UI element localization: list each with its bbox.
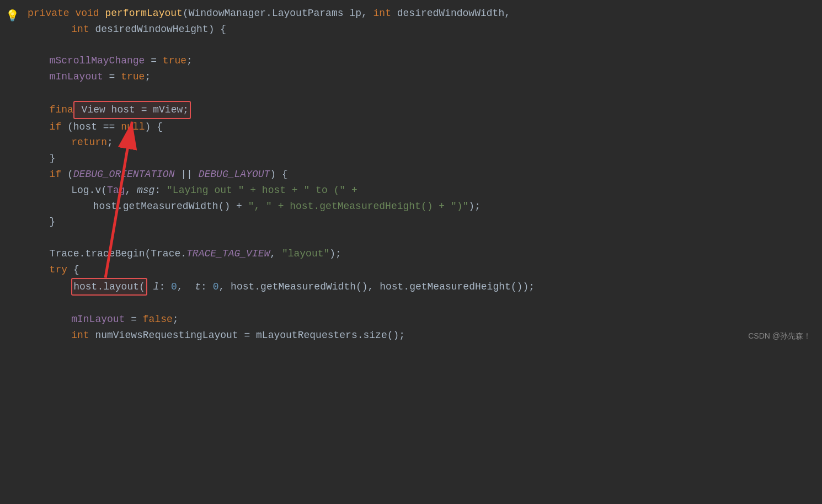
code-line: Log.v(Tag, msg: "Laying out " + host + "…	[28, 183, 811, 199]
code-line: }	[28, 214, 811, 230]
empty-line	[28, 37, 811, 53]
code-line: mInLayout = false;	[28, 312, 811, 328]
highlight-view-host: View host = mView;	[73, 101, 191, 119]
empty-line	[28, 85, 811, 101]
code-line: Trace.traceBegin(Trace.TRACE_TAG_VIEW, "…	[28, 246, 811, 262]
bulb-icon: 💡	[6, 8, 19, 25]
code-line: int numViewsRequestingLayout = mLayoutRe…	[28, 328, 811, 344]
code-line: return;	[28, 135, 811, 151]
code-line: int desiredWindowHeight) {	[28, 22, 811, 37]
code-line: if (DEBUG_ORIENTATION || DEBUG_LAYOUT) {	[28, 167, 811, 183]
code-line: private void performLayout(WindowManager…	[28, 6, 811, 22]
code-line: }	[28, 151, 811, 167]
code-line: mInLayout = true;	[28, 69, 811, 85]
code-line: host.getMeasuredWidth() + ", " + host.ge…	[28, 199, 811, 215]
code-line: if (host == null) {	[28, 119, 811, 135]
code-line: try {	[28, 262, 811, 278]
code-area: 💡 private void performLayout(WindowManag…	[0, 0, 822, 349]
empty-line	[28, 296, 811, 312]
code-lines: private void performLayout(WindowManager…	[28, 6, 811, 344]
code-line: fina View host = mView;	[28, 101, 811, 119]
watermark: CSDN @孙先森！	[748, 330, 811, 342]
code-line: host.layout( l: 0, t: 0, host.getMeasure…	[28, 278, 811, 296]
highlight-host-layout: host.layout(	[71, 278, 147, 296]
empty-line	[28, 230, 811, 246]
code-line: mScrollMayChange = true;	[28, 53, 811, 69]
